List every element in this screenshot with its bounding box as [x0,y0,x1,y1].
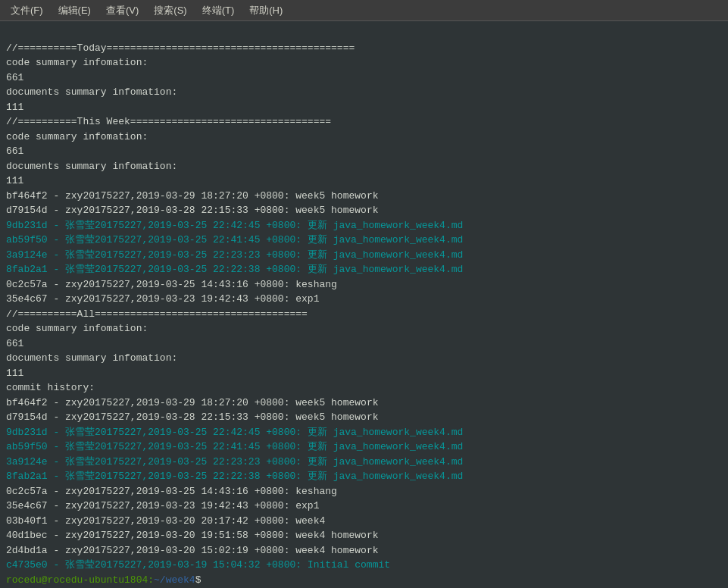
terminal-line: documents summary infomation: [6,85,722,100]
terminal-line: code summary infomation: [6,321,722,336]
menu-item[interactable]: 帮助(H) [242,1,290,20]
terminal-line: 111 [6,100,722,115]
terminal-line: documents summary infomation: [6,351,722,366]
terminal-line: 9db231d - 张雪莹20175227,2019-03-25 22:42:4… [6,218,722,233]
terminal-line: commit history: [6,380,722,396]
terminal-line: 03b40f1 - zxy20175227,2019-03-20 20:17:4… [6,514,722,529]
menu-item[interactable]: 编辑(E) [51,1,98,20]
terminal-line: //==========This Week===================… [6,114,722,130]
terminal-body[interactable]: //==========Today=======================… [0,21,728,588]
terminal-line: //==========Today=======================… [6,41,722,56]
terminal-line: //==========All=========================… [6,307,722,322]
terminal-line: 35e4c67 - zxy20175227,2019-03-23 19:42:4… [6,499,722,514]
terminal-line: 661 [6,144,722,159]
terminal-line: 0c2c57a - zxy20175227,2019-03-25 14:43:1… [6,484,722,499]
terminal-line: bf464f2 - zxy20175227,2019-03-29 18:27:2… [6,396,722,411]
terminal-prompt: rocedu@rocedu-ubuntu1804:~/week4$ [6,573,722,588]
terminal-line: 661 [6,336,722,352]
terminal-line: ab59f50 - 张雪莹20175227,2019-03-25 22:41:4… [6,439,722,455]
terminal-line: 111 [6,366,722,381]
terminal-line: 35e4c67 - zxy20175227,2019-03-23 19:42:4… [6,292,722,307]
terminal-line: 0c2c57a - zxy20175227,2019-03-25 14:43:1… [6,277,722,292]
terminal-line: bf464f2 - zxy20175227,2019-03-29 18:27:2… [6,189,722,204]
terminal-line: 3a9124e - 张雪莹20175227,2019-03-25 22:23:2… [6,455,722,470]
terminal-line: ab59f50 - 张雪莹20175227,2019-03-25 22:41:4… [6,233,722,248]
terminal-line: c4735e0 - 张雪莹20175227,2019-03-19 15:04:3… [6,558,722,573]
terminal-line: 661 [6,70,722,86]
menu-item[interactable]: 搜索(S) [146,1,194,20]
terminal-line: documents summary infomation: [6,159,722,174]
terminal-line: d79154d - zxy20175227,2019-03-28 22:15:3… [6,203,722,218]
terminal-line: 3a9124e - 张雪莹20175227,2019-03-25 22:23:2… [6,248,722,263]
menu-item[interactable]: 终端(T) [195,1,242,20]
menubar: 文件(F)编辑(E)查看(V)搜索(S)终端(T)帮助(H) [0,0,728,21]
terminal-line: 2d4bd1a - zxy20175227,2019-03-20 15:02:1… [6,543,722,558]
terminal-line: code summary infomation: [6,130,722,145]
menu-item[interactable]: 查看(V) [98,1,146,20]
terminal-line: 40d1bec - zxy20175227,2019-03-20 19:51:5… [6,528,722,543]
terminal-line: 9db231d - 张雪莹20175227,2019-03-25 22:42:4… [6,425,722,440]
terminal-line: 8fab2a1 - 张雪莹20175227,2019-03-25 22:22:3… [6,262,722,277]
terminal-line: 8fab2a1 - 张雪莹20175227,2019-03-25 22:22:3… [6,469,722,484]
terminal-line: 111 [6,174,722,189]
menu-item[interactable]: 文件(F) [3,1,51,20]
terminal-line: d79154d - zxy20175227,2019-03-28 22:15:3… [6,410,722,425]
terminal-line: code summary infomation: [6,55,722,70]
